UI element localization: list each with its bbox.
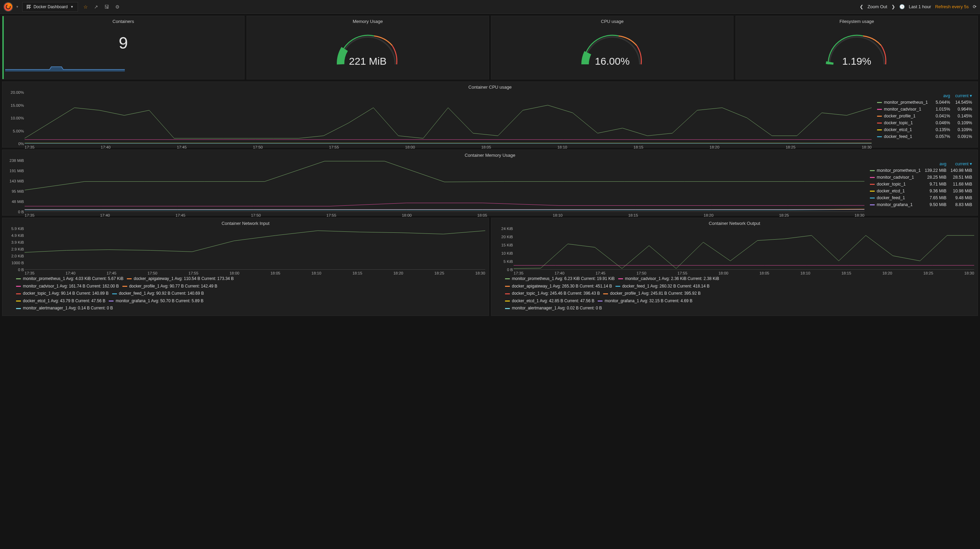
zoom-next-icon[interactable]: ❯ xyxy=(891,4,895,9)
legend-item[interactable]: docker_profile_1 Avg: 245.81 B Current: … xyxy=(603,291,701,296)
legend-row[interactable]: monitor_prometheus_15.044%14.545% xyxy=(875,99,974,106)
chevron-down-icon: ▼ xyxy=(70,5,73,8)
legend-row[interactable]: monitor_cadvisor_128.25 MiB28.51 MiB xyxy=(868,174,974,181)
legend-item[interactable]: docker_feed_1 Avg: 260.32 B Current: 418… xyxy=(616,284,710,289)
legend-item[interactable]: monitor_alertmanager_1 Avg: 0.02 B Curre… xyxy=(505,306,602,310)
netout-legend: monitor_prometheus_1 Avg: 6.23 KiB Curre… xyxy=(492,273,978,316)
clock-icon: 🕓 xyxy=(899,4,905,9)
star-icon[interactable]: ☆ xyxy=(83,4,88,10)
sparkline xyxy=(5,62,125,72)
panel-containers[interactable]: Containers 9 xyxy=(2,16,245,80)
panel-container-cpu[interactable]: Container CPU usage 0%5.00%10.00%15.00%2… xyxy=(2,81,978,147)
panel-title: Containers xyxy=(2,16,244,27)
legend-row[interactable]: docker_feed_17.65 MiB9.48 MiB xyxy=(868,195,974,201)
legend-item[interactable]: docker_etcd_1 Avg: 43.79 B Current: 47.5… xyxy=(16,298,105,303)
legend-row[interactable]: monitor_grafana_19.50 MiB8.83 MiB xyxy=(868,201,974,208)
panel-filesystem-usage[interactable]: Filesystem usage 1.19% xyxy=(735,16,978,80)
legend-item[interactable]: docker_topic_1 Avg: 245.46 B Current: 39… xyxy=(505,291,600,296)
refresh-interval[interactable]: Refresh every 5s xyxy=(935,4,969,9)
legend-item[interactable]: monitor_cadvisor_1 Avg: 2.36 KiB Current… xyxy=(618,276,719,281)
legend-item[interactable]: monitor_cadvisor_1 Avg: 161.74 B Current… xyxy=(16,284,119,289)
legend-item[interactable]: docker_topic_1 Avg: 90.14 B Current: 140… xyxy=(16,291,109,296)
netout-chart-plot[interactable]: 0 B5 KiB10 KiB15 KiB20 KiB24 KiB 17:3517… xyxy=(495,229,974,270)
settings-icon[interactable]: ⚙ xyxy=(115,4,120,10)
legend-row[interactable]: docker_feed_10.057%0.091% xyxy=(875,133,974,140)
containers-count: 9 xyxy=(2,34,244,53)
panel-cpu-usage[interactable]: CPU usage 16.00% xyxy=(491,16,733,80)
legend-item[interactable]: monitor_prometheus_1 Avg: 4.03 KiB Curre… xyxy=(16,276,123,281)
grafana-logo[interactable] xyxy=(3,2,13,12)
memory-chart-legend: avgcurrent ▾monitor_prometheus_1139.22 M… xyxy=(864,161,974,212)
cpu-chart-plot[interactable]: 0%5.00%10.00%15.00%20.00% 17:3517:4017:4… xyxy=(6,93,872,144)
time-range[interactable]: Last 1 hour xyxy=(909,4,931,9)
gauge-value: 1.19% xyxy=(736,56,978,67)
legend-row[interactable]: docker_topic_19.71 MiB11.68 MiB xyxy=(868,181,974,188)
dashboard-selector[interactable]: Docker Dashboard ▼ xyxy=(22,2,78,12)
panel-title: Filesystem usage xyxy=(736,16,978,27)
menu-caret-icon[interactable]: ▼ xyxy=(16,5,19,8)
top-toolbar: ▼ Docker Dashboard ▼ ☆ ↗ 🖫 ⚙ ❮ Zoom Out … xyxy=(0,0,980,14)
share-icon[interactable]: ↗ xyxy=(94,4,98,10)
panel-title: Container Network Input xyxy=(2,218,488,229)
zoom-out-button[interactable]: Zoom Out xyxy=(867,4,887,9)
legend-row[interactable]: docker_etcd_19.36 MiB10.98 MiB xyxy=(868,188,974,195)
legend-header[interactable]: avg xyxy=(932,93,952,99)
legend-item[interactable]: monitor_grafana_1 Avg: 50.70 B Current: … xyxy=(109,298,204,303)
legend-item[interactable]: docker_profile_1 Avg: 90.77 B Current: 1… xyxy=(123,284,218,289)
refresh-icon[interactable]: ⟳ xyxy=(973,4,977,9)
panel-container-memory[interactable]: Container Memory Usage 0 B48 MiB95 MiB14… xyxy=(2,150,978,215)
cpu-chart-legend: avgcurrent ▾monitor_prometheus_15.044%14… xyxy=(872,93,974,144)
legend-row[interactable]: docker_profile_10.041%0.145% xyxy=(875,113,974,120)
legend-item[interactable]: docker_apigateway_1 Avg: 265.30 B Curren… xyxy=(505,284,612,289)
dashboard-title: Docker Dashboard xyxy=(33,5,68,9)
panel-title: Container Network Output xyxy=(492,218,978,229)
legend-row[interactable]: docker_topic_10.046%0.109% xyxy=(875,120,974,126)
legend-header[interactable]: avg xyxy=(923,161,948,167)
legend-item[interactable]: docker_apigateway_1 Avg: 110.54 B Curren… xyxy=(127,276,234,281)
legend-item[interactable]: monitor_grafana_1 Avg: 32.15 B Current: … xyxy=(598,298,692,303)
legend-header[interactable]: current ▾ xyxy=(952,93,974,99)
panel-memory-usage[interactable]: Memory Usage 221 MiB xyxy=(247,16,489,80)
legend-row[interactable]: monitor_prometheus_1139.22 MiB140.98 MiB xyxy=(868,167,974,174)
legend-row[interactable]: docker_etcd_10.135%0.109% xyxy=(875,126,974,133)
gauge-value: 16.00% xyxy=(492,56,733,67)
panel-network-output[interactable]: Container Network Output 0 B5 KiB10 KiB1… xyxy=(491,218,978,316)
dashboard-icon xyxy=(27,5,31,9)
panel-title: Memory Usage xyxy=(247,16,488,27)
panel-network-input[interactable]: Container Network Input 0 B1000 B2.0 KiB… xyxy=(2,218,489,316)
legend-row[interactable]: monitor_cadvisor_11.015%0.964% xyxy=(875,106,974,113)
legend-header[interactable]: current ▾ xyxy=(948,161,974,167)
legend-item[interactable]: docker_feed_1 Avg: 90.92 B Current: 140.… xyxy=(112,291,204,296)
legend-item[interactable]: monitor_alertmanager_1 Avg: 0.14 B Curre… xyxy=(16,306,113,310)
memory-chart-plot[interactable]: 0 B48 MiB95 MiB143 MiB191 MiB238 MiB 17:… xyxy=(6,161,864,212)
netin-legend: monitor_prometheus_1 Avg: 4.03 KiB Curre… xyxy=(2,273,488,316)
netin-chart-plot[interactable]: 0 B1000 B2.0 KiB2.9 KiB3.9 KiB4.9 KiB5.9… xyxy=(6,229,485,270)
panel-title: CPU usage xyxy=(492,16,733,27)
panel-title: Container CPU usage xyxy=(2,82,978,93)
save-icon[interactable]: 🖫 xyxy=(104,4,109,10)
legend-item[interactable]: monitor_prometheus_1 Avg: 6.23 KiB Curre… xyxy=(505,276,615,281)
gauge-value: 221 MiB xyxy=(247,56,488,67)
panel-title: Container Memory Usage xyxy=(2,150,978,161)
legend-item[interactable]: docker_etcd_1 Avg: 42.85 B Current: 47.5… xyxy=(505,298,594,303)
zoom-prev-icon[interactable]: ❮ xyxy=(860,4,864,9)
